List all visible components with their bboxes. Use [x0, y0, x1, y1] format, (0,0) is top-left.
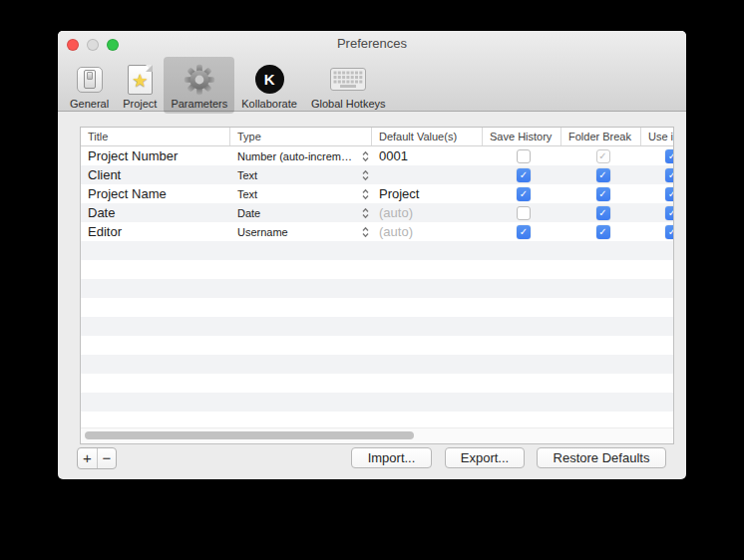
folder-break-checkbox[interactable]: ✓	[596, 206, 610, 220]
cell-type[interactable]: Date	[230, 203, 372, 222]
type-popup-stepper-icon[interactable]	[362, 226, 369, 237]
tab-kollaborate[interactable]: K Kollaborate	[234, 57, 304, 114]
cell-use-in: ✓	[641, 165, 673, 184]
cell-type[interactable]: Text	[230, 184, 372, 203]
parameters-table: Title Type Default Value(s) Save History…	[80, 127, 674, 444]
cell-use-in: ✓	[641, 184, 673, 203]
cell-type[interactable]: Text	[230, 165, 372, 184]
cell-title[interactable]: Project Number	[81, 146, 230, 165]
add-parameter-button[interactable]: +	[78, 448, 97, 468]
preferences-window: Preferences General ★ Project	[58, 31, 686, 479]
column-header-save-history[interactable]: Save History	[483, 128, 561, 145]
cell-default-value[interactable]: 0001	[372, 146, 483, 165]
cell-folder-break: ✓	[561, 184, 641, 203]
tab-global-hotkeys[interactable]: Global Hotkeys	[304, 57, 393, 114]
table-row[interactable]: Client Text ✓ ✓ ✓	[81, 165, 673, 184]
add-remove-segmented-control: + −	[77, 447, 117, 469]
window-header: Preferences General ★ Project	[58, 31, 686, 112]
remove-parameter-button[interactable]: −	[97, 448, 116, 468]
type-popup-stepper-icon[interactable]	[362, 169, 369, 180]
tab-label: Parameters	[171, 98, 227, 110]
kollaborate-icon: K	[255, 65, 284, 94]
table-row-empty	[81, 260, 673, 279]
general-switch-icon	[77, 67, 103, 93]
tab-general[interactable]: General	[63, 57, 116, 114]
import-button[interactable]: Import...	[351, 447, 432, 468]
tab-label: Project	[123, 98, 157, 110]
table-row-empty	[81, 336, 673, 355]
type-popup-stepper-icon[interactable]	[362, 207, 369, 218]
type-popup-stepper-icon[interactable]	[362, 188, 369, 199]
cell-title[interactable]: Client	[81, 165, 230, 184]
tab-project[interactable]: ★ Project	[116, 57, 164, 114]
save-history-checkbox[interactable]: ✓	[517, 225, 531, 239]
cell-save-history	[483, 203, 561, 222]
cell-save-history: ✓	[483, 165, 561, 184]
cell-title[interactable]: Date	[81, 203, 230, 222]
table-row[interactable]: Date Date (auto) ✓ ✓	[81, 203, 673, 222]
cell-save-history	[483, 146, 561, 165]
restore-defaults-button[interactable]: Restore Defaults	[537, 447, 666, 468]
gear-icon	[184, 64, 215, 96]
save-history-checkbox[interactable]: ✓	[517, 187, 531, 201]
tab-label: Kollaborate	[241, 98, 297, 110]
horizontal-scrollbar[interactable]	[81, 427, 673, 443]
cell-folder-break: ✓	[561, 203, 641, 222]
column-header-default-value[interactable]: Default Value(s)	[372, 128, 483, 145]
type-popup-stepper-icon[interactable]	[362, 150, 369, 161]
cell-save-history: ✓	[483, 222, 561, 241]
cell-use-in: ✓	[641, 203, 673, 222]
table-row-empty	[81, 241, 673, 260]
zoom-button[interactable]	[107, 39, 119, 51]
cell-default-value[interactable]	[372, 165, 483, 184]
table-header: Title Type Default Value(s) Save History…	[81, 128, 673, 146]
use-in-checkbox[interactable]: ✓	[665, 187, 674, 201]
table-row[interactable]: Project Name Text Project ✓ ✓ ✓	[81, 184, 673, 203]
cell-folder-break: ✓	[561, 146, 641, 165]
table-row[interactable]: Project Number Number (auto-increm… 0001…	[81, 146, 673, 165]
tab-parameters[interactable]: Parameters	[164, 57, 234, 114]
save-history-checkbox[interactable]	[517, 206, 531, 220]
cell-use-in: ✓	[641, 146, 673, 165]
window-title: Preferences	[58, 31, 686, 56]
save-history-checkbox[interactable]	[517, 149, 531, 163]
toolbar: General ★ Project	[58, 56, 686, 114]
tab-label: General	[70, 98, 109, 110]
folder-break-checkbox[interactable]: ✓	[596, 168, 610, 182]
table-row-empty	[81, 393, 673, 412]
cell-default-value[interactable]: Project	[372, 184, 483, 203]
export-button[interactable]: Export...	[445, 447, 525, 468]
column-header-use-in[interactable]: Use in	[641, 128, 673, 145]
cell-title[interactable]: Project Name	[81, 184, 230, 203]
cell-folder-break: ✓	[561, 165, 641, 184]
use-in-checkbox[interactable]: ✓	[665, 206, 674, 220]
use-in-checkbox[interactable]: ✓	[665, 168, 674, 182]
cell-title[interactable]: Editor	[81, 222, 230, 241]
keyboard-icon	[330, 68, 366, 91]
scrollbar-thumb[interactable]	[85, 431, 414, 439]
folder-break-checkbox[interactable]: ✓	[596, 187, 610, 201]
table-body: Project Number Number (auto-increm… 0001…	[81, 146, 673, 430]
tab-label: Global Hotkeys	[311, 98, 386, 110]
folder-break-checkbox[interactable]: ✓	[596, 225, 610, 239]
table-row-empty	[81, 374, 673, 393]
cell-default-value[interactable]: (auto)	[372, 222, 483, 241]
column-header-type[interactable]: Type	[230, 128, 372, 145]
cell-type[interactable]: Username	[230, 222, 372, 241]
table-row[interactable]: Editor Username (auto) ✓ ✓ ✓	[81, 222, 673, 241]
save-history-checkbox[interactable]: ✓	[517, 168, 531, 182]
cell-default-value[interactable]: (auto)	[372, 203, 483, 222]
traffic-lights	[67, 39, 119, 51]
cell-type[interactable]: Number (auto-increm…	[230, 146, 372, 165]
folder-break-checkbox[interactable]: ✓	[596, 149, 610, 163]
column-header-folder-break[interactable]: Folder Break	[561, 128, 641, 145]
document-star-icon: ★	[128, 65, 153, 95]
use-in-checkbox[interactable]: ✓	[665, 149, 674, 163]
table-row-empty	[81, 355, 673, 374]
use-in-checkbox[interactable]: ✓	[665, 225, 674, 239]
table-row-empty	[81, 298, 673, 317]
table-row-empty	[81, 317, 673, 336]
close-button[interactable]	[67, 39, 79, 51]
minimize-button[interactable]	[87, 39, 99, 51]
column-header-title[interactable]: Title	[81, 128, 230, 145]
